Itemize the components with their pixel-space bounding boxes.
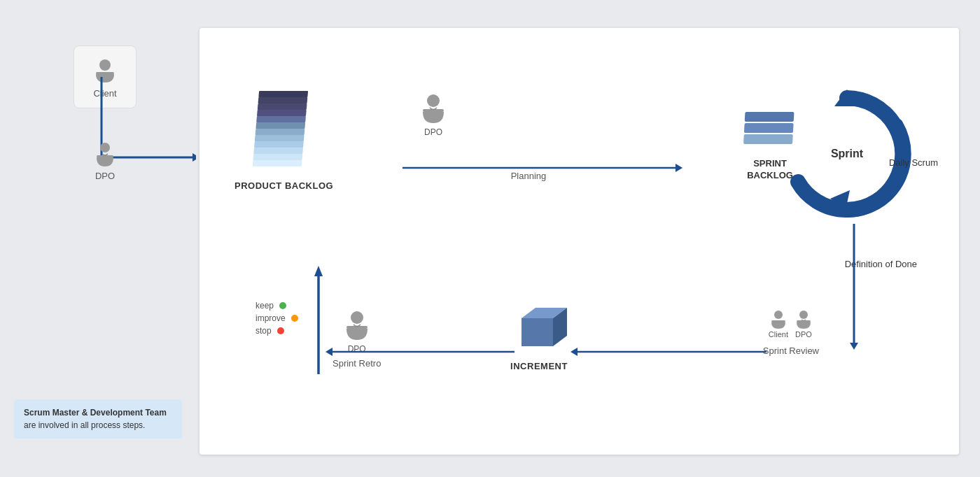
dpo-left-label: DPO bbox=[95, 171, 115, 181]
svg-rect-11 bbox=[256, 116, 306, 122]
product-backlog-label: PRODUCT BACKLOG bbox=[234, 180, 333, 191]
diagram-area: PRODUCT BACKLOG DPO Planning SPRINTBACKL… bbox=[200, 28, 959, 455]
svg-text:Planning: Planning bbox=[511, 171, 547, 181]
svg-marker-32 bbox=[522, 318, 553, 346]
dpo-planning-area: DPO bbox=[416, 91, 450, 137]
daily-scrum-label: Daily Scrum bbox=[889, 157, 938, 168]
svg-point-5 bbox=[100, 143, 110, 152]
keep-row: keep bbox=[255, 301, 298, 311]
keep-dot bbox=[279, 302, 286, 309]
svg-rect-15 bbox=[254, 141, 304, 148]
svg-rect-16 bbox=[253, 148, 303, 154]
increment-to-retro-arrow bbox=[326, 345, 514, 359]
planning-arrow: Planning bbox=[402, 154, 682, 182]
sprint-circle-icon: Sprint bbox=[777, 84, 917, 224]
sidebar: Client DPO Scrum Master & Development Te… bbox=[0, 0, 200, 477]
stop-row: stop bbox=[255, 326, 298, 336]
svg-rect-17 bbox=[253, 154, 302, 160]
dpo-planning-icon bbox=[416, 91, 450, 124]
svg-rect-7 bbox=[258, 91, 308, 97]
dpo-review: DPO bbox=[792, 308, 815, 339]
svg-point-37 bbox=[799, 311, 808, 319]
svg-rect-8 bbox=[258, 97, 307, 104]
sprint-review-persons: Client DPO bbox=[767, 308, 815, 339]
kis-area: keep improve stop bbox=[255, 301, 298, 336]
increment-icon bbox=[507, 294, 570, 357]
note-bold: Scrum Master & Development Team bbox=[24, 408, 167, 418]
svg-rect-36 bbox=[771, 320, 785, 322]
client-review: Client bbox=[767, 308, 790, 339]
svg-point-0 bbox=[99, 59, 111, 71]
review-to-increment-arrow bbox=[570, 345, 766, 359]
improve-row: improve bbox=[255, 313, 298, 323]
note-box: Scrum Master & Development Team are invo… bbox=[14, 399, 182, 439]
dpo-planning-label: DPO bbox=[424, 127, 442, 137]
increment-label: INCREMENT bbox=[510, 361, 568, 371]
sprint-review-label: Sprint Review bbox=[763, 346, 819, 356]
definition-done-label: Definition of Done bbox=[845, 259, 917, 269]
client-icon bbox=[91, 56, 119, 84]
client-label: Client bbox=[93, 88, 116, 99]
sprint-to-review-arrow bbox=[844, 224, 864, 350]
note-regular: are involved in all process steps. bbox=[24, 420, 145, 430]
svg-rect-12 bbox=[255, 122, 305, 129]
sprint-circle-area: Sprint bbox=[770, 77, 924, 231]
dpo-review-icon bbox=[792, 308, 815, 330]
svg-marker-44 bbox=[326, 348, 332, 356]
svg-text:Sprint: Sprint bbox=[831, 148, 864, 159]
svg-rect-9 bbox=[257, 104, 307, 110]
svg-rect-18 bbox=[252, 160, 302, 166]
keep-label: keep bbox=[255, 301, 274, 311]
svg-point-41 bbox=[351, 311, 363, 324]
product-backlog-icon bbox=[249, 84, 319, 175]
sprint-review-area: Client DPO Sprint Review bbox=[763, 308, 819, 356]
sprint-retro-area: DPO Sprint Retro bbox=[332, 308, 381, 369]
improve-dot bbox=[291, 315, 298, 322]
svg-point-19 bbox=[427, 94, 440, 107]
svg-marker-40 bbox=[570, 348, 578, 356]
svg-marker-31 bbox=[850, 343, 858, 350]
dpo-review-label: DPO bbox=[795, 330, 812, 339]
svg-rect-13 bbox=[255, 129, 304, 135]
stop-dot bbox=[277, 327, 284, 334]
svg-marker-4 bbox=[192, 153, 196, 162]
product-backlog-area: PRODUCT BACKLOG bbox=[234, 84, 333, 191]
svg-marker-22 bbox=[676, 164, 682, 172]
improve-label: improve bbox=[255, 313, 286, 323]
svg-rect-1 bbox=[96, 72, 114, 74]
client-review-icon bbox=[767, 308, 790, 330]
retro-to-backlog-arrow bbox=[308, 266, 329, 378]
svg-rect-14 bbox=[254, 135, 304, 141]
dpo-left: DPO bbox=[91, 140, 119, 181]
sprint-retro-label: Sprint Retro bbox=[332, 358, 381, 369]
dpo-retro-icon bbox=[340, 308, 374, 341]
svg-marker-46 bbox=[314, 266, 323, 276]
svg-rect-10 bbox=[257, 110, 307, 116]
increment-area: INCREMENT bbox=[507, 294, 570, 371]
svg-point-35 bbox=[774, 311, 783, 319]
client-box: Client bbox=[74, 45, 136, 108]
dpo-left-icon bbox=[91, 140, 119, 168]
stop-label: stop bbox=[255, 326, 272, 336]
client-review-label: Client bbox=[769, 330, 788, 339]
